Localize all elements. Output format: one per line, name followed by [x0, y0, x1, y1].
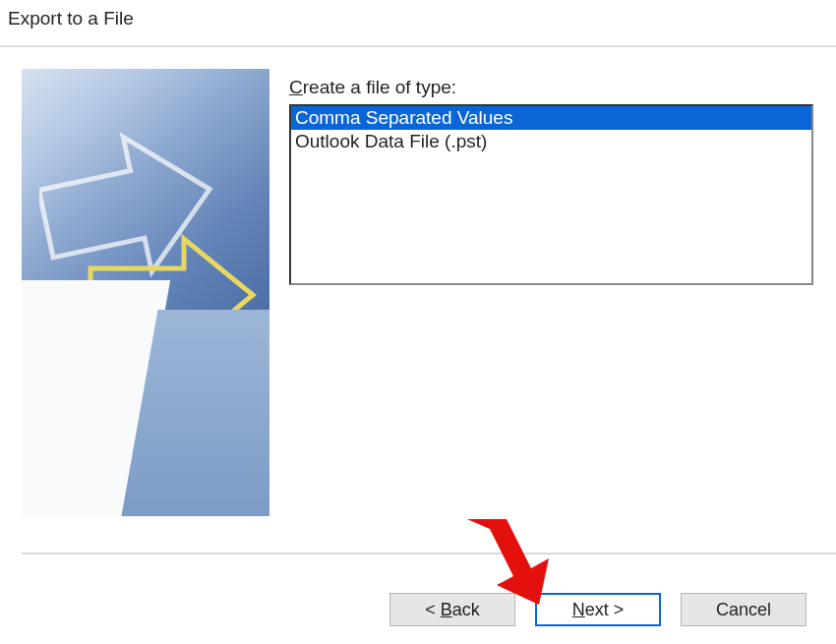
list-item[interactable]: Outlook Data File (.pst) [291, 130, 811, 153]
file-type-label: Create a file of type: [289, 77, 814, 98]
list-item[interactable]: Comma Separated Values [291, 106, 811, 130]
button-row: < Back Next > Cancel [389, 593, 806, 626]
cancel-button[interactable]: Cancel [681, 593, 806, 626]
form-section: Create a file of type: Comma Separated V… [289, 69, 814, 516]
divider [22, 553, 836, 555]
back-button[interactable]: < Back [389, 593, 515, 626]
next-button[interactable]: Next > [535, 593, 661, 626]
content-area: Create a file of type: Comma Separated V… [0, 47, 836, 516]
dialog-title: Export to a File [0, 0, 836, 45]
file-type-listbox[interactable]: Comma Separated Values Outlook Data File… [289, 104, 813, 285]
wizard-decorative-image [22, 69, 269, 516]
